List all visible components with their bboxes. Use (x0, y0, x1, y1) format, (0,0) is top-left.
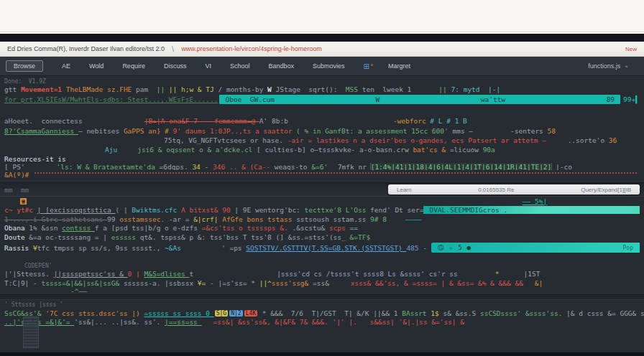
code-line: ▣—— 5%| (0, 197, 644, 205)
menu-item-browse[interactable]: Browse (6, 60, 43, 72)
token: |==ss=ss (165, 318, 201, 326)
token: &|crf| (193, 215, 222, 223)
token: ..|'sq&ss =&|&'= (4, 318, 74, 326)
browser-tab-title[interactable]: Ed Dries Comma(R), Inverdr Daser Ilvan e… (7, 45, 165, 52)
token: [ PS' (4, 163, 25, 170)
token: - |=s'ss= * (210, 279, 259, 287)
token (117, 149, 137, 150)
token: tspss& p &: tss'bss T tss'8 (] (160, 233, 288, 241)
token (361, 322, 369, 322)
address-text[interactable]: www.presentation-le/vircon/4spring-le-ho… (181, 45, 322, 52)
token: ||^ (259, 279, 272, 287)
token: 'ss&|... ..|ss&. ss'. (74, 318, 165, 326)
token: Bwiktms.cfc (132, 206, 181, 214)
token: W (376, 95, 380, 103)
menu-item-wold[interactable]: Wold (89, 62, 104, 70)
token: qt&. (140, 233, 161, 241)
token: Oboe GW.cum (225, 95, 275, 103)
token: |B=|A ona&F 7- (144, 117, 202, 125)
pill-icon[interactable]: 5 (458, 244, 461, 251)
overlay-toolbar-item[interactable]: Query/Expand[1][IB (581, 187, 631, 193)
token (4, 266, 24, 266)
token: '7C css stss.dssc'ss |) (45, 309, 144, 317)
token: JStage sqrt(): (276, 85, 346, 93)
token: GaPPS an} # (124, 127, 173, 135)
token: BAssrt (402, 309, 431, 317)
token: mms — (452, 127, 473, 135)
token: [psd tss|b/g (111, 224, 165, 232)
token (27, 201, 523, 202)
code-line: Ajujsi6 & oqssent o & a'dcke.cl [ cultie… (0, 145, 644, 154)
code-line: 1 ..., i Gtrc sathetsans 99 osstamssec. … (0, 215, 644, 223)
token: pam (136, 85, 157, 93)
token: weags-to (275, 163, 311, 170)
menu-item-ae[interactable]: AE (62, 62, 70, 70)
token: 90a (483, 146, 495, 154)
address-extra-text: New (625, 46, 637, 52)
token: ssCSDssss' &ssss'ss. (480, 309, 566, 317)
token: -^—— (70, 287, 87, 294)
token: — nebitses (78, 127, 124, 135)
token: =sssss ss ssss 0 (144, 309, 213, 317)
token: 7mfk nr (338, 163, 371, 170)
scrollbar-elevator[interactable] (23, 317, 39, 348)
file-tab-label: functions.js (588, 62, 620, 70)
token: ten lweek 1 (362, 85, 412, 93)
token: N|2 (229, 310, 242, 317)
menu-item-vi[interactable]: VI (205, 62, 211, 70)
token: |1ST (524, 270, 540, 278)
menu-item-submovies[interactable]: Submovies (313, 62, 345, 70)
code-line: Doute &=a oc-tssssang = | esssss qt&. ts… (0, 233, 644, 242)
token: || (438, 85, 451, 93)
token (523, 283, 535, 284)
token: W (267, 85, 275, 93)
code-line: gtt Movement=1 TheLBMade sz.FHE pam || |… (0, 85, 644, 94)
code-line (0, 294, 644, 300)
token: T:C|9| - (4, 279, 41, 287)
token (387, 219, 405, 220)
code-line: Rassis ¥tfc tmpss sp ss/s, 9ss sssst., ~… (0, 242, 644, 253)
overlay-toolbar-item[interactable]: 0.0165535 Re (478, 187, 514, 193)
token: bat'cs & (413, 146, 449, 154)
token: S|G (215, 310, 228, 317)
menu-item-bandbox[interactable]: Bandbox (268, 62, 294, 70)
token: o e-dzfs (165, 224, 201, 232)
token: -senters (510, 127, 547, 135)
token: SOSTSTV/.GSTTTV(T.SS=GB.STK.(SSTSTGST) (246, 244, 406, 252)
token: jsi6 & oqssent o & a'dcke.cl (137, 146, 257, 154)
close-icon[interactable]: × (625, 63, 628, 70)
pill-icon[interactable]: Ⓖ (438, 243, 444, 253)
token (411, 89, 438, 90)
token: 9ss sssst., (115, 244, 165, 252)
pill-icon[interactable]: ● (467, 244, 471, 251)
token: = | (95, 233, 111, 241)
menu-grid-icon[interactable]: ⊞ (364, 62, 369, 70)
token: 99+ (623, 95, 635, 103)
token: Doute (4, 233, 29, 241)
overlay-toolbar-item[interactable]: Learn (397, 187, 411, 193)
token: 36 (609, 136, 617, 144)
token: esssss (111, 233, 140, 241)
menu-item-discuss[interactable]: Discuss (164, 62, 187, 70)
token: xsss& &&'ss, & =ssss= | & &ss= &% & &&& … (351, 279, 523, 287)
pill-icon[interactable]: ☆ (449, 244, 453, 251)
file-tab-functions-js[interactable]: functions.js × (588, 62, 638, 70)
code-line (0, 105, 644, 116)
token: / months-by (218, 85, 267, 93)
code-line: |'|Sttesss. ||sssspetssc'ss & 0 | M&S=dl… (0, 269, 644, 278)
code-line (0, 253, 644, 262)
token: -ar = (169, 215, 193, 223)
code-line: &A(º)# (0, 170, 644, 179)
token: ..sorte'o (568, 136, 609, 144)
teal-action-pill[interactable]: Ⓖ☆5●Pop (431, 243, 640, 253)
token: [ culties-b] o—tssskvke- a-o-basn.crw (257, 146, 413, 154)
menu-item-school[interactable]: School (230, 62, 250, 70)
menu-item-margret[interactable]: Margret (388, 62, 410, 70)
menu-item-require[interactable]: Require (122, 62, 145, 70)
code-line: -^—— (0, 287, 644, 294)
overlay-toolbar: Learn0.0165535 ReQuery/Expand[1][IB (388, 184, 640, 195)
token: =ss& (313, 279, 334, 287)
token: =ss&| &ss'ss&, &|&F& 7& &&&. '|' |. (213, 318, 362, 326)
token: fend' Dt ser= (370, 206, 423, 214)
token: - (205, 163, 213, 170)
